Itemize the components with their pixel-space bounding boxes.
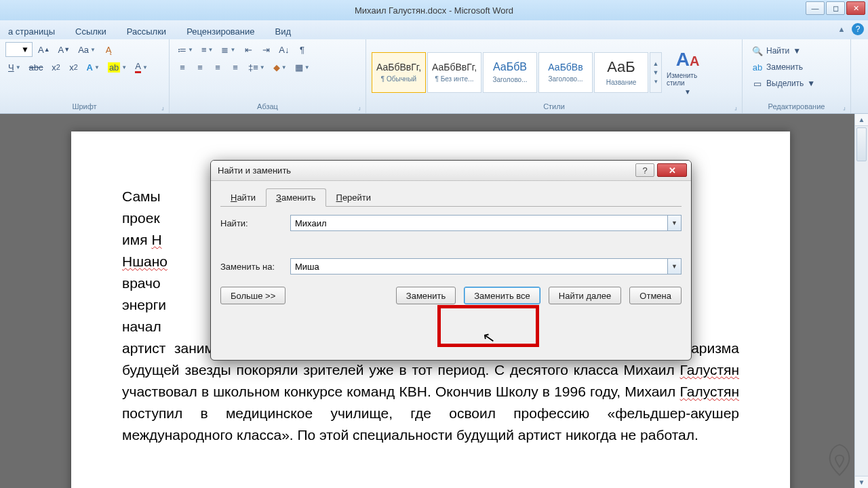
replace-button[interactable]: abЗаменить bbox=[749, 60, 844, 75]
superscript-button[interactable]: x2 bbox=[66, 60, 81, 75]
find-input[interactable] bbox=[290, 215, 668, 231]
paragraph-group-label: Абзац bbox=[175, 102, 360, 112]
collapse-ribbon-icon[interactable]: ▲ bbox=[835, 23, 848, 35]
styles-group-label: Стили bbox=[372, 102, 736, 112]
replace-icon: ab bbox=[752, 62, 763, 73]
window-titlebar: Михаил Галустян.docx - Microsoft Word — … bbox=[0, 0, 868, 20]
show-marks-button[interactable]: ¶ bbox=[295, 42, 310, 57]
editing-group-label: Редактирование bbox=[748, 102, 845, 112]
style-heading1[interactable]: АаБбВЗаголово... bbox=[483, 52, 537, 93]
tab-review[interactable]: Рецензирование bbox=[182, 24, 258, 39]
cancel-button[interactable]: Отмена bbox=[629, 287, 682, 304]
numbering-button[interactable]: ≡▼ bbox=[199, 42, 216, 57]
underline-button[interactable]: Ч▼ bbox=[5, 60, 24, 75]
font-color-button[interactable]: A▼ bbox=[132, 60, 151, 75]
more-button[interactable]: Больше >> bbox=[220, 287, 285, 304]
increase-indent-button[interactable]: ⇥ bbox=[258, 42, 273, 57]
dialog-close-button[interactable]: ✕ bbox=[657, 163, 687, 177]
dialog-tab-find[interactable]: Найти bbox=[220, 188, 266, 207]
watermark-icon bbox=[819, 441, 860, 481]
text-effects-button[interactable]: A▼ bbox=[84, 60, 102, 75]
replace-input[interactable] bbox=[290, 258, 668, 274]
style-gallery-more[interactable]: ▲▼▾ bbox=[650, 52, 662, 93]
highlight-button[interactable]: ab▼ bbox=[105, 60, 130, 75]
multilevel-list-button[interactable]: ≣▼ bbox=[218, 42, 238, 57]
justify-button[interactable]: ≡ bbox=[228, 60, 243, 75]
align-right-button[interactable]: ≡ bbox=[210, 60, 225, 75]
sort-button[interactable]: A↓ bbox=[276, 42, 292, 57]
align-left-button[interactable]: ≡ bbox=[175, 60, 190, 75]
window-title: Михаил Галустян.docx - Microsoft Word bbox=[355, 5, 513, 16]
tab-view[interactable]: Вид bbox=[271, 24, 296, 39]
tab-page-layout[interactable]: а страницы bbox=[4, 24, 59, 39]
help-icon[interactable]: ? bbox=[852, 23, 864, 35]
change-styles-icon: AA bbox=[676, 49, 700, 70]
minimize-button[interactable]: — bbox=[806, 1, 825, 15]
scroll-up-arrow[interactable]: ▲ bbox=[855, 114, 868, 126]
bullets-button[interactable]: ≔▼ bbox=[175, 42, 196, 57]
change-styles-button[interactable]: AA Изменить стили ▼ bbox=[666, 51, 709, 94]
grow-font-button[interactable]: A▲ bbox=[35, 42, 53, 57]
tab-references[interactable]: Ссылки bbox=[71, 24, 111, 39]
vertical-scrollbar[interactable]: ▲ ▼ bbox=[854, 114, 868, 488]
style-gallery[interactable]: АаБбВвГг,¶ Обычный АаБбВвГг,¶ Без инте..… bbox=[372, 52, 662, 93]
select-button[interactable]: ▭Выделить▼ bbox=[749, 76, 844, 91]
find-label: Найти: bbox=[220, 218, 285, 228]
style-normal[interactable]: АаБбВвГг,¶ Обычный bbox=[372, 52, 426, 93]
select-icon: ▭ bbox=[752, 78, 763, 89]
find-history-dropdown[interactable]: ▼ bbox=[668, 215, 682, 231]
shading-button[interactable]: ◆▼ bbox=[271, 60, 290, 75]
dialog-tab-goto[interactable]: Перейти bbox=[326, 188, 382, 207]
borders-button[interactable]: ▦▼ bbox=[292, 60, 313, 75]
replace-one-button[interactable]: Заменить bbox=[396, 287, 456, 304]
subscript-button[interactable]: x2 bbox=[49, 60, 64, 75]
style-heading2[interactable]: АаБбВвЗаголово... bbox=[538, 52, 593, 93]
find-next-button[interactable]: Найти далее bbox=[549, 287, 622, 304]
maximize-button[interactable]: ◻ bbox=[826, 1, 845, 15]
decrease-indent-button[interactable]: ⇤ bbox=[241, 42, 256, 57]
dialog-tabs: Найти Заменить Перейти bbox=[220, 188, 682, 207]
binoculars-icon: 🔍 bbox=[752, 45, 763, 56]
strikethrough-button[interactable]: abc bbox=[26, 60, 46, 75]
font-group-label: Шрифт bbox=[5, 102, 163, 112]
align-center-button[interactable]: ≡ bbox=[193, 60, 208, 75]
replace-label: Заменить на: bbox=[220, 262, 285, 272]
close-window-button[interactable]: ✕ bbox=[846, 1, 865, 15]
dialog-titlebar[interactable]: Найти и заменить ? ✕ bbox=[211, 161, 691, 181]
replace-all-button[interactable]: Заменить все bbox=[464, 287, 540, 304]
window-controls: — ◻ ✕ bbox=[806, 1, 865, 15]
style-title[interactable]: АаБНазвание bbox=[594, 52, 648, 93]
find-replace-dialog: Найти и заменить ? ✕ Найти Заменить Пере… bbox=[210, 160, 692, 361]
line-spacing-button[interactable]: ‡≡▼ bbox=[245, 60, 268, 75]
dialog-tab-replace[interactable]: Заменить bbox=[266, 188, 326, 207]
shrink-font-button[interactable]: A▼ bbox=[56, 42, 73, 57]
ribbon-tabstrip: а страницы Ссылки Рассылки Рецензировани… bbox=[0, 20, 868, 39]
replace-history-dropdown[interactable]: ▼ bbox=[668, 258, 682, 274]
tab-mailings[interactable]: Рассылки bbox=[123, 24, 170, 39]
ribbon: ▼ A▲ A▼ Aa▼ Ą Ч▼ abc x2 x2 A▼ ab▼ A▼ Шри… bbox=[0, 39, 868, 114]
clear-formatting-button[interactable]: Ą bbox=[101, 42, 116, 57]
style-no-spacing[interactable]: АаБбВвГг,¶ Без инте... bbox=[427, 52, 481, 93]
dialog-help-button[interactable]: ? bbox=[635, 163, 654, 177]
change-case-button[interactable]: Aa▼ bbox=[75, 42, 98, 57]
dialog-title: Найти и заменить bbox=[218, 165, 291, 176]
find-button[interactable]: 🔍Найти▼ bbox=[749, 43, 844, 58]
scroll-thumb[interactable] bbox=[856, 127, 867, 161]
font-size-combo[interactable]: ▼ bbox=[5, 42, 33, 57]
